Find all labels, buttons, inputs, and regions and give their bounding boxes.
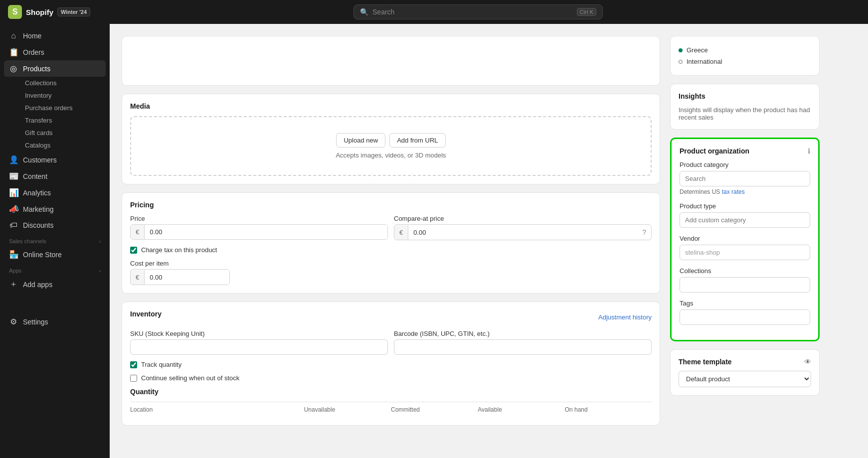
sidebar-item-purchase-orders[interactable]: Purchase orders	[20, 102, 106, 114]
collections-input[interactable]	[680, 277, 810, 293]
products-submenu: Collections Inventory Purchase orders Tr…	[4, 77, 106, 152]
barcode-input[interactable]	[394, 339, 652, 355]
sidebar-item-customers[interactable]: 👤 Customers	[4, 152, 106, 168]
price-input[interactable]	[145, 225, 387, 239]
compare-info-icon: ?	[637, 225, 651, 240]
product-org-card: Product organization ℹ Product category …	[670, 138, 820, 341]
product-org-title: Product organization	[680, 147, 749, 155]
greece-dot	[679, 48, 683, 52]
brand-logo: S Shopify Winter '24	[8, 5, 90, 19]
sidebar-item-settings[interactable]: ⚙ Settings	[4, 313, 106, 330]
sidebar-item-inventory[interactable]: Inventory	[20, 89, 106, 102]
text-area-card	[122, 36, 660, 86]
tags-input[interactable]	[680, 309, 810, 325]
tax-rates-link[interactable]: tax rates	[722, 188, 745, 195]
charge-tax-checkbox[interactable]	[130, 247, 137, 254]
barcode-label: Barcode (ISBN, UPC, GTIN, etc.)	[394, 330, 652, 337]
theme-template-card: Theme template 👁 Default product	[670, 349, 820, 396]
product-type-section: Product type	[680, 202, 810, 228]
col-committed: Committed	[391, 406, 478, 413]
inventory-title: Inventory	[130, 310, 162, 318]
market-international: International	[679, 56, 811, 67]
media-hint: Accepts images, videos, or 3D models	[147, 152, 635, 159]
sidebar-item-products[interactable]: ◎ Products	[4, 60, 106, 77]
adjustment-history-link[interactable]: Adjustment history	[598, 313, 652, 321]
apps-label: Apps	[9, 268, 21, 274]
sidebar-item-analytics[interactable]: 📊 Analytics	[4, 184, 106, 201]
product-type-label: Product type	[680, 202, 810, 210]
vendor-input[interactable]	[680, 245, 810, 260]
cost-input[interactable]	[145, 270, 230, 285]
international-circle	[679, 60, 683, 64]
sku-input[interactable]	[130, 339, 388, 355]
cost-currency: €	[131, 270, 145, 285]
tags-label: Tags	[680, 300, 810, 307]
sidebar-label-orders: Orders	[23, 48, 44, 56]
sidebar-item-transfers[interactable]: Transfers	[20, 114, 106, 127]
product-category-label: Product category	[680, 161, 810, 168]
sidebar-label-discounts: Discounts	[23, 221, 53, 229]
sidebar-label-settings: Settings	[23, 318, 48, 326]
collections-org-label: Collections	[680, 267, 810, 275]
sidebar-label-marketing: Marketing	[23, 205, 53, 213]
product-org-info-icon: ℹ	[808, 147, 810, 155]
track-quantity-checkbox[interactable]	[130, 361, 137, 368]
inventory-label: Inventory	[25, 92, 51, 99]
continue-selling-checkbox[interactable]	[130, 375, 137, 382]
quantity-label: Quantity	[130, 388, 652, 396]
sidebar-item-gift-cards[interactable]: Gift cards	[20, 127, 106, 139]
col-unavailable: Unavailable	[304, 406, 391, 413]
collections-label: Collections	[25, 79, 57, 87]
sidebar-item-home[interactable]: ⌂ Home	[4, 28, 106, 44]
add-from-url-button[interactable]: Add from URL	[389, 133, 445, 148]
continue-selling-label: Continue selling when out of stock	[141, 374, 239, 382]
collections-section: Collections	[680, 267, 810, 293]
product-category-search[interactable]	[680, 171, 810, 186]
greece-label: Greece	[687, 46, 708, 54]
compare-currency: €	[394, 225, 408, 240]
app-body: ⌂ Home 📋 Orders ◎ Products Collections I…	[0, 24, 868, 458]
insights-text: Insights will display when the product h…	[679, 106, 811, 121]
track-quantity-label: Track quantity	[141, 361, 181, 368]
sidebar-item-add-apps[interactable]: ＋ Add apps	[4, 276, 106, 293]
content-grid: Media Upload new Add from URL Accepts im…	[122, 36, 820, 426]
search-input[interactable]	[372, 8, 573, 16]
settings-icon: ⚙	[9, 317, 18, 326]
upload-new-button[interactable]: Upload new	[336, 133, 385, 148]
cost-per-item-group: Cost per item € ?	[130, 260, 652, 285]
customers-icon: 👤	[9, 155, 18, 164]
transfers-label: Transfers	[25, 117, 52, 124]
product-type-input[interactable]	[680, 212, 810, 228]
sidebar-label-online-store: Online Store	[23, 251, 62, 259]
preview-icon: 👁	[804, 358, 811, 366]
sidebar-label-products: Products	[23, 65, 50, 73]
search-shortcut: Ctrl K	[577, 8, 597, 16]
compare-price-input[interactable]	[408, 225, 637, 240]
track-qty-row: Track quantity	[130, 361, 652, 368]
inventory-header: Inventory Adjustment history	[130, 310, 652, 324]
inventory-card: Inventory Adjustment history SKU (Stock …	[122, 302, 660, 426]
theme-template-select[interactable]: Default product	[679, 371, 811, 387]
sidebar-item-catalogs[interactable]: Catalogs	[20, 139, 106, 152]
sidebar-item-orders[interactable]: 📋 Orders	[4, 44, 106, 60]
sidebar-item-marketing[interactable]: 📣 Marketing	[4, 201, 106, 217]
international-label: International	[687, 58, 722, 65]
sidebar-item-discounts[interactable]: 🏷 Discounts	[4, 217, 106, 233]
sidebar-item-online-store[interactable]: 🏪 Online Store	[4, 246, 106, 263]
apps-chevron: ›	[99, 268, 101, 274]
search-icon: 🔍	[360, 8, 368, 16]
insights-card: Insights Insights will display when the …	[670, 84, 820, 130]
charge-tax-row: Charge tax on this product	[130, 246, 652, 254]
pricing-grid: Price € Compare-at price € ?	[130, 215, 652, 240]
search-box[interactable]: 🔍 Ctrl K	[353, 4, 603, 19]
price-currency: €	[131, 225, 145, 239]
sidebar-item-collections[interactable]: Collections	[20, 77, 106, 89]
pricing-card: Pricing Price € Compare-at price	[122, 192, 660, 294]
cost-input-wrapper: € ?	[130, 269, 230, 285]
brand-name: Shopify	[26, 8, 53, 16]
price-group: Price €	[130, 215, 388, 240]
cost-label: Cost per item	[130, 260, 652, 267]
purchase-orders-label: Purchase orders	[25, 104, 72, 112]
sidebar-item-content[interactable]: 📰 Content	[4, 168, 106, 184]
content-right: Greece International Insights Insights w…	[670, 36, 820, 426]
